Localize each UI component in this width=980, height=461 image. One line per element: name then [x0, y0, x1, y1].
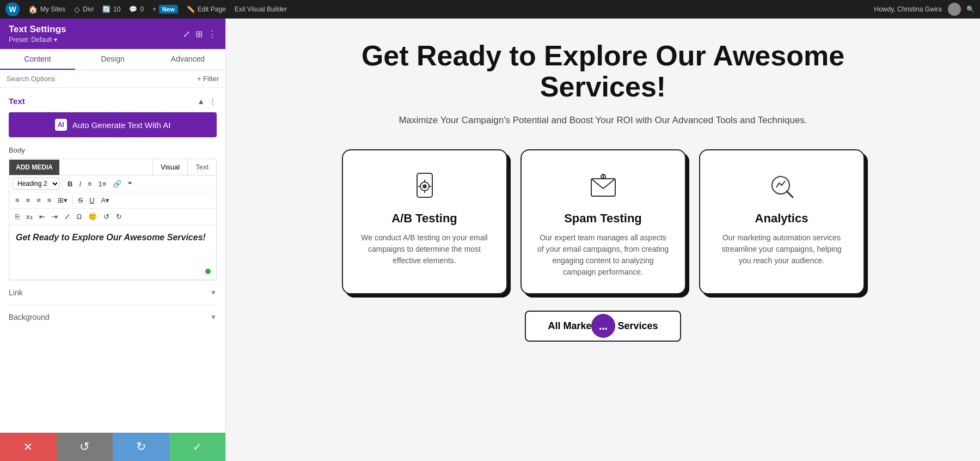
filter-button[interactable]: + Filter	[197, 75, 219, 83]
heading-select[interactable]: Heading 2 Heading 1 Heading 3 Heading 4 …	[13, 178, 60, 190]
subscript-button[interactable]: x₂	[23, 211, 35, 222]
svg-point-10	[603, 178, 604, 179]
strikethrough-button[interactable]: S	[75, 195, 85, 206]
text-section-header: Text ▲ ⋮	[9, 96, 217, 106]
tab-visual[interactable]: Visual	[152, 159, 187, 175]
ai-icon: AI	[55, 119, 67, 131]
panel-title: Text Settings	[9, 24, 66, 35]
page-main-heading: Get Ready to Explore Our Awesome Service…	[342, 40, 865, 102]
layout-icon[interactable]: ⊞	[195, 29, 203, 39]
toolbar-row-3: ⎘ x₂ ⇤ ⇥ ⤢ Ω 🙂 ↺ ↻	[9, 209, 216, 225]
align-center-button[interactable]: ≡	[23, 195, 33, 206]
phone-gear-icon	[408, 170, 441, 203]
link-section-header[interactable]: Link ▼	[9, 288, 217, 297]
toolbar-row-2: ≡ ≡ ≡ ≡ ⊞▾ S U A▾	[9, 192, 216, 209]
all-services-button[interactable]: All Marke ... Services	[525, 311, 681, 342]
editor-content-area[interactable]: Get Ready to Explore Our Awesome Service…	[9, 225, 216, 280]
save-button[interactable]: ✓	[169, 433, 226, 461]
divi-item[interactable]: ◇ Divi	[74, 5, 94, 14]
underline-button[interactable]: U	[87, 195, 97, 206]
emoji-button[interactable]: 🙂	[85, 211, 100, 222]
redo-editor-button[interactable]: ↻	[113, 211, 125, 222]
svg-line-12	[787, 191, 793, 197]
background-section-header[interactable]: Background ▼	[9, 313, 217, 322]
tab-content[interactable]: Content	[0, 49, 75, 70]
exit-builder-item[interactable]: Exit Visual Builder	[235, 5, 287, 13]
card-spam-title: Spam Testing	[537, 211, 670, 226]
expand-icon[interactable]: ⤢	[183, 29, 190, 39]
btn-text-part1: All Marke	[548, 320, 591, 332]
tab-text[interactable]: Text	[187, 159, 216, 175]
bold-button[interactable]: B	[65, 178, 75, 190]
add-media-button[interactable]: ADD MEDIA	[9, 160, 59, 175]
wordpress-icon[interactable]: W	[5, 2, 20, 16]
blockquote-button[interactable]: ❝	[125, 178, 134, 190]
link-section: Link ▼	[9, 280, 217, 305]
user-greeting: Howdy, Christina Gwira	[874, 3, 961, 16]
new-item[interactable]: + New	[152, 5, 178, 14]
card-ab-desc: We conduct A/B testing on your email cam…	[358, 232, 491, 266]
left-panel: Text Settings Preset: Default ▾ ⤢ ⊞ ⋮ Co…	[0, 19, 226, 461]
card-analytics-desc: Our marketing automation services stream…	[715, 232, 848, 266]
background-section: Background ▼	[9, 305, 217, 329]
tab-advanced[interactable]: Advanced	[150, 49, 225, 70]
page-subtitle: Maximize Your Campaign's Potential and B…	[342, 113, 865, 128]
section-icons: ▲ ⋮	[197, 97, 217, 106]
card-ab-title: A/B Testing	[358, 211, 491, 226]
toolbar-row-1: Heading 2 Heading 1 Heading 3 Heading 4 …	[9, 175, 216, 192]
cards-row: A/B Testing We conduct A/B testing on yo…	[342, 149, 865, 294]
text-section-title: Text	[9, 96, 25, 106]
indent-decrease-button[interactable]: ⇤	[36, 211, 48, 222]
card-spam-desc: Our expert team manages all aspects of y…	[537, 232, 670, 278]
chart-search-icon	[765, 170, 798, 203]
card-analytics-title: Analytics	[715, 211, 848, 226]
align-right-button[interactable]: ≡	[34, 195, 44, 206]
indent-increase-button[interactable]: ⇥	[49, 211, 60, 222]
panel-preset[interactable]: Preset: Default ▾	[9, 36, 66, 44]
panel-actions: ✕ ↺ ↻ ✓	[0, 433, 225, 461]
link-label: Link	[9, 288, 23, 297]
ai-generate-button[interactable]: AI Auto Generate Text With AI	[9, 112, 217, 137]
card-analytics: Analytics Our marketing automation servi…	[699, 149, 865, 294]
special-char-button[interactable]: Ω	[74, 211, 85, 222]
edit-page-item[interactable]: ✏️ Edit Page	[187, 5, 226, 13]
my-sites-item[interactable]: 🏠 My Sites	[28, 5, 65, 14]
italic-button[interactable]: I	[76, 178, 84, 190]
editor-text: Get Ready to Explore Our Awesome Service…	[16, 232, 210, 244]
right-panel: Get Ready to Explore Our Awesome Service…	[226, 19, 980, 461]
comments-item[interactable]: 💬 0	[129, 5, 144, 13]
tab-design[interactable]: Design	[75, 49, 150, 70]
body-label: Body	[9, 146, 217, 154]
align-left-button[interactable]: ≡	[13, 195, 22, 206]
align-justify-button[interactable]: ≡	[45, 195, 54, 206]
redo-button[interactable]: ↻	[113, 433, 169, 461]
paste-button[interactable]: ⎘	[13, 211, 22, 222]
admin-bar: W 🏠 My Sites ◇ Divi 🔄 10 💬 0 + New ✏️ Ed…	[0, 0, 980, 19]
undo-button[interactable]: ↺	[57, 433, 113, 461]
text-color-button[interactable]: A▾	[98, 195, 112, 206]
link-button[interactable]: 🔗	[110, 178, 124, 190]
search-icon[interactable]: 🔍	[966, 5, 975, 13]
updates-item[interactable]: 🔄 10	[102, 5, 120, 13]
btn-dot-overlay: ...	[591, 314, 615, 338]
main-layout: Text Settings Preset: Default ▾ ⤢ ⊞ ⋮ Co…	[0, 19, 980, 461]
more-icon[interactable]: ⋮	[208, 29, 217, 39]
cancel-button[interactable]: ✕	[0, 433, 57, 461]
background-arrow-icon: ▼	[210, 313, 217, 321]
card-spam-testing: Spam Testing Our expert team manages all…	[520, 149, 686, 294]
search-input[interactable]	[7, 75, 193, 83]
panel-header-icons: ⤢ ⊞ ⋮	[183, 29, 217, 39]
ordered-list-button[interactable]: 1≡	[96, 178, 109, 190]
svg-point-2	[423, 185, 426, 188]
panel-content: Text ▲ ⋮ AI Auto Generate Text With AI B…	[0, 88, 225, 433]
editor-toolbar-top: ADD MEDIA Visual Text	[9, 159, 216, 175]
panel-header: Text Settings Preset: Default ▾ ⤢ ⊞ ⋮	[0, 19, 225, 49]
card-ab-testing: A/B Testing We conduct A/B testing on yo…	[342, 149, 507, 294]
fullscreen-button[interactable]: ⤢	[62, 211, 73, 222]
collapse-icon[interactable]: ▲	[197, 97, 205, 106]
table-button[interactable]: ⊞▾	[55, 195, 70, 206]
page-content: Get Ready to Explore Our Awesome Service…	[342, 40, 865, 342]
section-more-icon[interactable]: ⋮	[209, 97, 217, 106]
unordered-list-button[interactable]: ≡	[85, 178, 95, 190]
undo-editor-button[interactable]: ↺	[101, 211, 112, 222]
